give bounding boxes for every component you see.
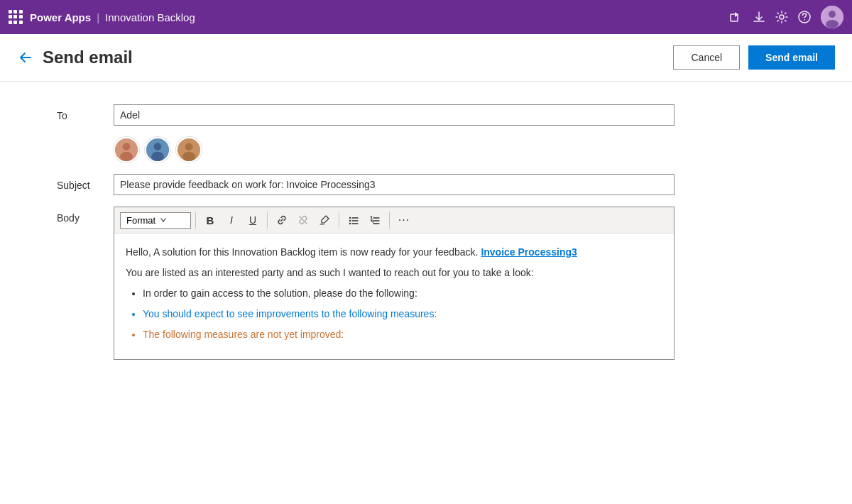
body-row: Body Format B I U bbox=[57, 207, 795, 360]
highlight-icon bbox=[319, 214, 330, 226]
recipient-avatar-3[interactable] bbox=[176, 137, 202, 163]
bullet-item-2: You should expect to see improvements to… bbox=[143, 307, 662, 322]
unlink-icon bbox=[297, 214, 309, 226]
to-label: To bbox=[57, 104, 114, 121]
cancel-button[interactable]: Cancel bbox=[673, 45, 740, 70]
header-actions: Cancel Send email bbox=[673, 45, 835, 70]
invoice-link[interactable]: Invoice Processing3 bbox=[481, 246, 577, 258]
svg-point-16 bbox=[349, 217, 351, 219]
download-icon[interactable] bbox=[753, 11, 765, 23]
chevron-down-icon bbox=[160, 217, 167, 224]
to-input[interactable] bbox=[114, 104, 674, 126]
toolbar-divider-3 bbox=[339, 212, 339, 229]
send-email-button[interactable]: Send email bbox=[748, 45, 835, 70]
svg-point-6 bbox=[826, 20, 839, 28]
body-label: Body bbox=[57, 207, 114, 224]
unlink-button[interactable] bbox=[293, 210, 313, 230]
unordered-list-button[interactable] bbox=[344, 210, 364, 230]
topbar-separator: | bbox=[97, 11, 99, 23]
format-label: Format bbox=[126, 215, 155, 226]
svg-point-14 bbox=[185, 143, 193, 150]
svg-point-1 bbox=[780, 15, 784, 19]
svg-point-18 bbox=[349, 223, 351, 224]
body-paragraph-1: Hello, A solution for this Innovation Ba… bbox=[126, 245, 662, 260]
apps-grid-icon[interactable] bbox=[9, 10, 23, 24]
settings-icon[interactable] bbox=[775, 11, 788, 23]
subject-input[interactable] bbox=[114, 174, 674, 195]
help-icon[interactable] bbox=[798, 11, 811, 23]
app-name: Power Apps bbox=[30, 11, 91, 23]
link-button[interactable] bbox=[272, 210, 292, 230]
subject-label: Subject bbox=[57, 174, 114, 191]
ordered-list-button[interactable] bbox=[365, 210, 385, 230]
ordered-list-icon bbox=[369, 214, 381, 226]
svg-point-17 bbox=[349, 220, 351, 221]
recipient-avatar-1[interactable] bbox=[114, 137, 139, 163]
svg-point-8 bbox=[123, 143, 131, 150]
email-body-content[interactable]: Hello, A solution for this Innovation Ba… bbox=[114, 234, 674, 359]
unordered-list-icon bbox=[348, 214, 359, 226]
more-icon: ··· bbox=[398, 214, 410, 226]
editor-toolbar: Format B I U bbox=[114, 207, 674, 234]
format-dropdown[interactable]: Format bbox=[120, 212, 191, 229]
link-icon bbox=[276, 214, 288, 226]
body-intro-text: Hello, A solution for this Innovation Ba… bbox=[126, 246, 481, 258]
toolbar-divider-1 bbox=[195, 212, 196, 229]
toolbar-divider-2 bbox=[267, 212, 268, 229]
topbar-page-name: Innovation Backlog bbox=[105, 11, 195, 23]
highlight-button[interactable] bbox=[315, 210, 334, 230]
svg-point-9 bbox=[120, 152, 133, 162]
bullet-item-1: In order to gain access to the solution,… bbox=[143, 286, 662, 301]
bold-button[interactable]: B bbox=[200, 210, 220, 230]
svg-point-5 bbox=[829, 11, 836, 18]
body-bullet-list: In order to gain access to the solution,… bbox=[143, 286, 662, 342]
avatars-row bbox=[114, 137, 795, 163]
to-input-container bbox=[114, 104, 674, 126]
back-button[interactable] bbox=[17, 49, 34, 66]
main-content: Send email Cancel Send email To bbox=[0, 34, 852, 504]
body-paragraph-2: You are listed as an interested party an… bbox=[126, 265, 662, 280]
svg-point-15 bbox=[182, 152, 195, 162]
svg-point-3 bbox=[804, 19, 805, 21]
more-button[interactable]: ··· bbox=[394, 210, 414, 230]
body-editor: Format B I U bbox=[114, 207, 674, 360]
user-avatar[interactable] bbox=[821, 6, 843, 28]
page-header: Send email Cancel Send email bbox=[0, 34, 852, 82]
recipient-avatar-2[interactable] bbox=[145, 137, 170, 163]
toolbar-divider-4 bbox=[389, 212, 390, 229]
topbar: Power Apps | Innovation Backlog bbox=[0, 0, 852, 34]
form-area: To bbox=[0, 82, 852, 394]
svg-point-12 bbox=[151, 152, 164, 162]
page-title: Send email bbox=[43, 48, 673, 67]
bullet-item-3: The following measures are not yet impro… bbox=[143, 327, 662, 342]
underline-button[interactable]: U bbox=[243, 210, 263, 230]
subject-row: Subject bbox=[57, 174, 795, 195]
to-row: To bbox=[57, 104, 795, 126]
italic-button[interactable]: I bbox=[222, 210, 241, 230]
share-icon[interactable] bbox=[730, 11, 743, 23]
svg-point-11 bbox=[154, 143, 162, 150]
topbar-icons bbox=[730, 6, 843, 28]
subject-input-container bbox=[114, 174, 674, 195]
